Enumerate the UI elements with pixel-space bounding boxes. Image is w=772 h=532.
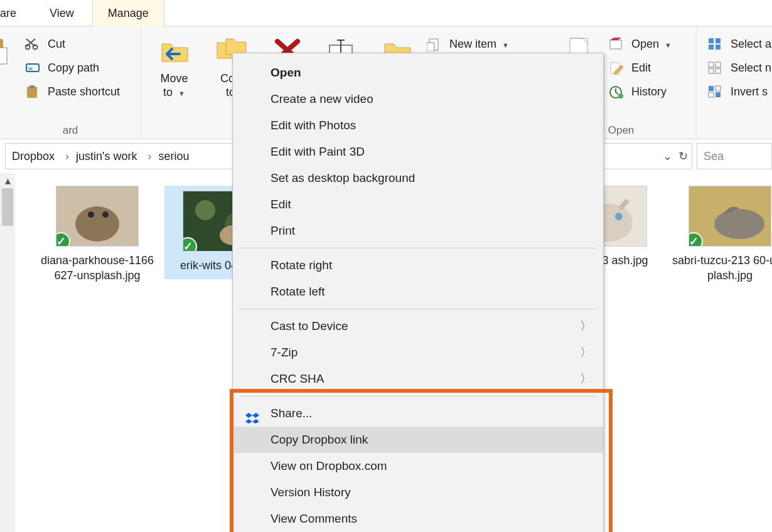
svg-rect-25 — [709, 86, 714, 91]
select-all-button[interactable]: Select a — [708, 35, 771, 53]
ctx-7zip[interactable]: 7-Zip〉 — [233, 339, 603, 366]
ctx-copy-dropbox-link[interactable]: Copy Dropbox link — [233, 427, 603, 453]
svg-point-34 — [195, 200, 215, 220]
copy-path-button[interactable]: w. Copy path — [25, 59, 99, 77]
vertical-scrollbar[interactable]: ▴ — [0, 173, 15, 532]
breadcrumb-item-0[interactable]: Dropbox — [12, 150, 55, 162]
cut-button[interactable]: Cut — [25, 35, 65, 53]
svg-rect-24 — [716, 68, 721, 73]
open-icon — [609, 38, 624, 55]
svg-rect-19 — [709, 45, 714, 50]
ctx-cast[interactable]: Cast to Device〉 — [233, 313, 603, 339]
file-thumbnail: ✓ — [689, 186, 771, 247]
ctx-print[interactable]: Print — [233, 218, 603, 244]
svg-point-31 — [88, 211, 94, 218]
breadcrumb-item-2[interactable]: seriou — [159, 150, 190, 162]
context-menu: Open Create a new video Edit with Photos… — [232, 53, 604, 532]
breadcrumb-item-1[interactable]: justin's work — [76, 150, 137, 162]
svg-rect-8 — [29, 85, 35, 88]
ctx-view-comments[interactable]: View Comments — [233, 506, 603, 532]
svg-point-4 — [33, 45, 38, 50]
breadcrumb-dropdown[interactable]: ⌄ — [663, 144, 672, 169]
svg-point-16 — [618, 93, 623, 98]
ctx-set-background[interactable]: Set as desktop background — [233, 165, 603, 191]
scroll-thumb[interactable] — [2, 188, 13, 226]
svg-text:w.: w. — [28, 65, 34, 72]
svg-rect-20 — [716, 45, 721, 50]
group-select: Select a Select n Invert s Sele — [697, 26, 772, 139]
paste-label: te — [0, 72, 22, 85]
chevron-right-icon[interactable]: › — [65, 150, 69, 162]
ctx-open[interactable]: Open — [233, 60, 603, 86]
paste-icon — [0, 33, 22, 68]
copy-path-icon: w. — [25, 61, 40, 79]
ctx-crc-sha[interactable]: CRC SHA〉 — [233, 366, 603, 392]
invert-selection-icon — [708, 85, 722, 103]
chevron-right-icon[interactable]: › — [148, 150, 152, 162]
search-input[interactable]: Sea — [697, 143, 772, 169]
move-to-button[interactable]: Move to ▼ — [147, 33, 201, 100]
edit-icon — [609, 61, 624, 80]
ctx-separator — [239, 248, 597, 248]
paste-button[interactable]: te — [0, 33, 22, 85]
move-to-label: Move to ▼ — [147, 72, 201, 100]
ctx-rotate-right[interactable]: Rotate right — [233, 252, 603, 279]
file-name: diana-parkhouse-1166627-unsplash.jpg — [38, 253, 157, 283]
svg-rect-22 — [716, 62, 721, 67]
ctx-edit-photos[interactable]: Edit with Photos — [233, 112, 603, 139]
svg-rect-18 — [716, 38, 721, 43]
svg-rect-26 — [716, 86, 721, 91]
ctx-edit-paint3d[interactable]: Edit with Paint 3D — [233, 139, 603, 165]
file-item[interactable]: ✓ diana-parkhouse-1166627-unsplash.jpg — [38, 186, 157, 283]
ribbon-tabs: are View Manage — [0, 0, 772, 26]
move-to-icon — [147, 33, 201, 68]
ctx-separator — [239, 309, 597, 309]
svg-point-32 — [102, 211, 109, 218]
ctx-view-on-dropbox[interactable]: View on Dropbox.com — [233, 453, 603, 479]
svg-rect-27 — [709, 92, 714, 97]
svg-rect-2 — [0, 48, 7, 64]
edit-button[interactable]: Edit — [609, 59, 651, 77]
paste-shortcut-button[interactable]: Paste shortcut — [25, 83, 120, 100]
ctx-edit[interactable]: Edit — [233, 191, 603, 218]
new-item-button[interactable]: New item ▼ — [427, 35, 509, 53]
group-clipboard: te Cut w. Copy path Paste shortcut ard — [0, 26, 141, 139]
select-all-icon — [708, 38, 722, 55]
ctx-rotate-left[interactable]: Rotate left — [233, 279, 603, 305]
open-button[interactable]: Open ▼ — [609, 35, 672, 53]
tab-view[interactable]: View — [35, 0, 89, 26]
chevron-right-icon: 〉 — [580, 313, 592, 339]
group-clipboard-caption: ard — [0, 124, 141, 137]
file-thumbnail: ✓ — [56, 186, 139, 247]
invert-selection-button[interactable]: Invert s — [708, 83, 768, 100]
svg-rect-23 — [709, 68, 714, 73]
group-select-caption: Sele — [697, 124, 772, 137]
tab-manage[interactable]: Manage — [92, 0, 164, 28]
paste-shortcut-icon — [25, 85, 40, 104]
select-none-button[interactable]: Select n — [708, 59, 771, 77]
chevron-right-icon: 〉 — [580, 339, 592, 366]
ctx-version-history[interactable]: Version History — [233, 479, 603, 506]
ctx-share[interactable]: Share... — [233, 400, 603, 427]
svg-point-42 — [714, 209, 764, 239]
svg-rect-11 — [427, 43, 434, 51]
svg-rect-28 — [716, 92, 721, 97]
select-none-icon — [708, 61, 722, 79]
svg-rect-21 — [709, 62, 714, 67]
scroll-up-button[interactable]: ▴ — [0, 173, 15, 188]
ctx-create-video[interactable]: Create a new video — [233, 86, 603, 112]
svg-point-30 — [75, 206, 119, 242]
tab-share[interactable]: are — [0, 0, 31, 26]
history-button[interactable]: History — [609, 83, 667, 100]
ctx-separator — [239, 396, 597, 396]
refresh-button[interactable]: ↻ — [678, 144, 688, 169]
history-icon — [609, 85, 624, 104]
scissors-icon — [25, 38, 40, 55]
file-item[interactable]: ✓ sabri-tuzcu-213 60-unsplash.jpg — [670, 186, 772, 283]
file-name: sabri-tuzcu-213 60-unsplash.jpg — [670, 253, 772, 283]
svg-rect-17 — [709, 38, 714, 43]
svg-point-40 — [615, 213, 623, 220]
svg-rect-13 — [610, 40, 621, 49]
chevron-right-icon: 〉 — [580, 366, 592, 392]
